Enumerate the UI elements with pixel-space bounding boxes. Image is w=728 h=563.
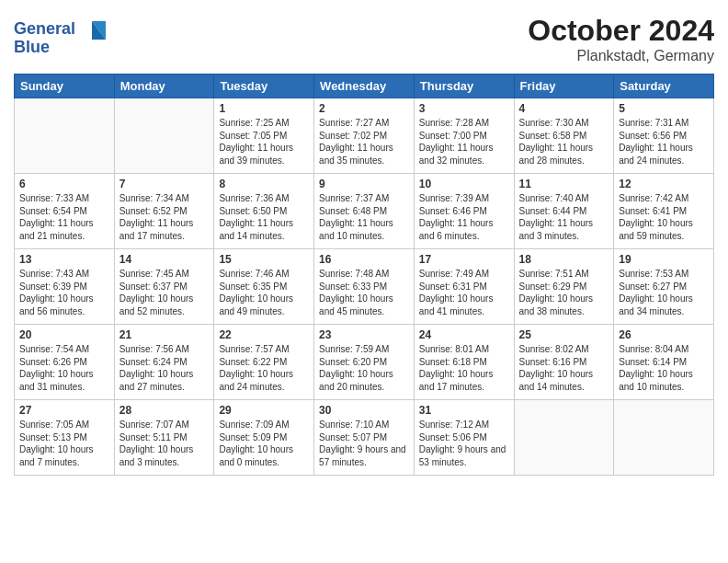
calendar-cell: 31Sunrise: 7:12 AM Sunset: 5:06 PM Dayli… (414, 400, 514, 476)
svg-text:General: General (14, 19, 75, 38)
day-number: 26 (619, 328, 709, 341)
column-header-monday: Monday (114, 75, 214, 98)
day-number: 20 (19, 328, 109, 341)
calendar-cell: 1Sunrise: 7:25 AM Sunset: 7:05 PM Daylig… (214, 98, 314, 174)
day-number: 27 (19, 404, 109, 417)
cell-content: Sunrise: 7:53 AM Sunset: 6:27 PM Dayligh… (619, 268, 709, 317)
calendar-cell: 13Sunrise: 7:43 AM Sunset: 6:39 PM Dayli… (15, 249, 115, 325)
cell-content: Sunrise: 7:45 AM Sunset: 6:37 PM Dayligh… (119, 268, 210, 317)
calendar-cell (514, 400, 614, 476)
day-number: 18 (519, 253, 609, 266)
day-number: 9 (319, 178, 409, 190)
calendar-table: SundayMondayTuesdayWednesdayThursdayFrid… (14, 74, 714, 476)
calendar-week-3: 13Sunrise: 7:43 AM Sunset: 6:39 PM Dayli… (15, 249, 714, 325)
cell-content: Sunrise: 7:43 AM Sunset: 6:39 PM Dayligh… (19, 268, 109, 317)
calendar-cell (15, 98, 115, 174)
calendar-cell: 19Sunrise: 7:53 AM Sunset: 6:27 PM Dayli… (614, 249, 714, 325)
cell-content: Sunrise: 8:01 AM Sunset: 6:18 PM Dayligh… (419, 343, 509, 393)
day-number: 2 (319, 102, 409, 115)
cell-content: Sunrise: 7:34 AM Sunset: 6:52 PM Dayligh… (119, 192, 210, 242)
cell-content: Sunrise: 8:02 AM Sunset: 6:16 PM Dayligh… (519, 343, 609, 393)
day-number: 31 (419, 404, 509, 417)
day-number: 22 (219, 328, 309, 341)
day-number: 4 (519, 102, 609, 115)
calendar-cell: 18Sunrise: 7:51 AM Sunset: 6:29 PM Dayli… (514, 249, 614, 325)
calendar-cell: 4Sunrise: 7:30 AM Sunset: 6:58 PM Daylig… (514, 98, 614, 174)
column-header-saturday: Saturday (614, 75, 714, 98)
calendar-cell: 21Sunrise: 7:56 AM Sunset: 6:24 PM Dayli… (114, 325, 214, 400)
calendar-cell: 25Sunrise: 8:02 AM Sunset: 6:16 PM Dayli… (514, 325, 614, 400)
day-number: 6 (19, 178, 109, 190)
header: General Blue October 2024 Plankstadt, Ge… (14, 14, 714, 64)
day-number: 7 (119, 178, 210, 190)
cell-content: Sunrise: 7:48 AM Sunset: 6:33 PM Dayligh… (319, 268, 409, 317)
calendar-header-row: SundayMondayTuesdayWednesdayThursdayFrid… (15, 75, 714, 98)
calendar-cell: 27Sunrise: 7:05 AM Sunset: 5:13 PM Dayli… (15, 400, 115, 476)
cell-content: Sunrise: 7:51 AM Sunset: 6:29 PM Dayligh… (519, 268, 609, 317)
calendar-cell: 22Sunrise: 7:57 AM Sunset: 6:22 PM Dayli… (214, 325, 314, 400)
day-number: 13 (19, 253, 109, 266)
calendar-cell: 26Sunrise: 8:04 AM Sunset: 6:14 PM Dayli… (614, 325, 714, 400)
day-number: 19 (619, 253, 709, 266)
calendar-cell: 24Sunrise: 8:01 AM Sunset: 6:18 PM Dayli… (414, 325, 514, 400)
calendar-week-1: 1Sunrise: 7:25 AM Sunset: 7:05 PM Daylig… (15, 98, 714, 174)
calendar-cell: 5Sunrise: 7:31 AM Sunset: 6:56 PM Daylig… (614, 98, 714, 174)
calendar-cell: 6Sunrise: 7:33 AM Sunset: 6:54 PM Daylig… (15, 174, 115, 249)
day-number: 14 (119, 253, 210, 266)
cell-content: Sunrise: 7:25 AM Sunset: 7:05 PM Dayligh… (219, 117, 309, 167)
cell-content: Sunrise: 7:07 AM Sunset: 5:11 PM Dayligh… (119, 419, 210, 468)
column-header-tuesday: Tuesday (214, 75, 314, 98)
cell-content: Sunrise: 7:27 AM Sunset: 7:02 PM Dayligh… (319, 117, 409, 167)
day-number: 10 (419, 178, 509, 190)
calendar-cell: 16Sunrise: 7:48 AM Sunset: 6:33 PM Dayli… (314, 249, 415, 325)
cell-content: Sunrise: 7:46 AM Sunset: 6:35 PM Dayligh… (219, 268, 309, 317)
cell-content: Sunrise: 7:59 AM Sunset: 6:20 PM Dayligh… (319, 343, 409, 393)
calendar-cell: 11Sunrise: 7:40 AM Sunset: 6:44 PM Dayli… (514, 174, 614, 249)
calendar-cell: 28Sunrise: 7:07 AM Sunset: 5:11 PM Dayli… (114, 400, 214, 476)
calendar-week-4: 20Sunrise: 7:54 AM Sunset: 6:26 PM Dayli… (15, 325, 714, 400)
day-number: 3 (419, 102, 509, 115)
cell-content: Sunrise: 7:49 AM Sunset: 6:31 PM Dayligh… (419, 268, 509, 317)
calendar-cell: 23Sunrise: 7:59 AM Sunset: 6:20 PM Dayli… (314, 325, 415, 400)
day-number: 16 (319, 253, 409, 266)
calendar-cell: 14Sunrise: 7:45 AM Sunset: 6:37 PM Dayli… (114, 249, 214, 325)
cell-content: Sunrise: 7:30 AM Sunset: 6:58 PM Dayligh… (519, 117, 609, 167)
calendar-cell: 10Sunrise: 7:39 AM Sunset: 6:46 PM Dayli… (414, 174, 514, 249)
calendar-cell: 9Sunrise: 7:37 AM Sunset: 6:48 PM Daylig… (314, 174, 415, 249)
calendar-cell: 8Sunrise: 7:36 AM Sunset: 6:50 PM Daylig… (214, 174, 314, 249)
cell-content: Sunrise: 7:56 AM Sunset: 6:24 PM Dayligh… (119, 343, 210, 393)
cell-content: Sunrise: 8:04 AM Sunset: 6:14 PM Dayligh… (619, 343, 709, 393)
title-block: October 2024 Plankstadt, Germany (528, 14, 714, 64)
cell-content: Sunrise: 7:37 AM Sunset: 6:48 PM Dayligh… (319, 192, 409, 242)
logo: General Blue (14, 14, 119, 62)
cell-content: Sunrise: 7:57 AM Sunset: 6:22 PM Dayligh… (219, 343, 309, 393)
cell-content: Sunrise: 7:54 AM Sunset: 6:26 PM Dayligh… (19, 343, 109, 393)
cell-content: Sunrise: 7:39 AM Sunset: 6:46 PM Dayligh… (419, 192, 509, 242)
calendar-cell (114, 98, 214, 174)
day-number: 5 (619, 102, 709, 115)
day-number: 12 (619, 178, 709, 190)
cell-content: Sunrise: 7:10 AM Sunset: 5:07 PM Dayligh… (319, 419, 409, 468)
calendar-week-5: 27Sunrise: 7:05 AM Sunset: 5:13 PM Dayli… (15, 400, 714, 476)
calendar-week-2: 6Sunrise: 7:33 AM Sunset: 6:54 PM Daylig… (15, 174, 714, 249)
cell-content: Sunrise: 7:31 AM Sunset: 6:56 PM Dayligh… (619, 117, 709, 167)
day-number: 23 (319, 328, 409, 341)
day-number: 11 (519, 178, 609, 190)
calendar-cell (614, 400, 714, 476)
day-number: 28 (119, 404, 210, 417)
calendar-cell: 15Sunrise: 7:46 AM Sunset: 6:35 PM Dayli… (214, 249, 314, 325)
day-number: 17 (419, 253, 509, 266)
column-header-wednesday: Wednesday (314, 75, 415, 98)
svg-text:Blue: Blue (14, 38, 50, 56)
column-header-friday: Friday (514, 75, 614, 98)
day-number: 24 (419, 328, 509, 341)
calendar-cell: 30Sunrise: 7:10 AM Sunset: 5:07 PM Dayli… (314, 400, 415, 476)
day-number: 1 (219, 102, 309, 115)
calendar-cell: 29Sunrise: 7:09 AM Sunset: 5:09 PM Dayli… (214, 400, 314, 476)
calendar-cell: 17Sunrise: 7:49 AM Sunset: 6:31 PM Dayli… (414, 249, 514, 325)
cell-content: Sunrise: 7:09 AM Sunset: 5:09 PM Dayligh… (219, 419, 309, 468)
day-number: 29 (219, 404, 309, 417)
calendar-cell: 12Sunrise: 7:42 AM Sunset: 6:41 PM Dayli… (614, 174, 714, 249)
day-number: 21 (119, 328, 210, 341)
cell-content: Sunrise: 7:05 AM Sunset: 5:13 PM Dayligh… (19, 419, 109, 468)
